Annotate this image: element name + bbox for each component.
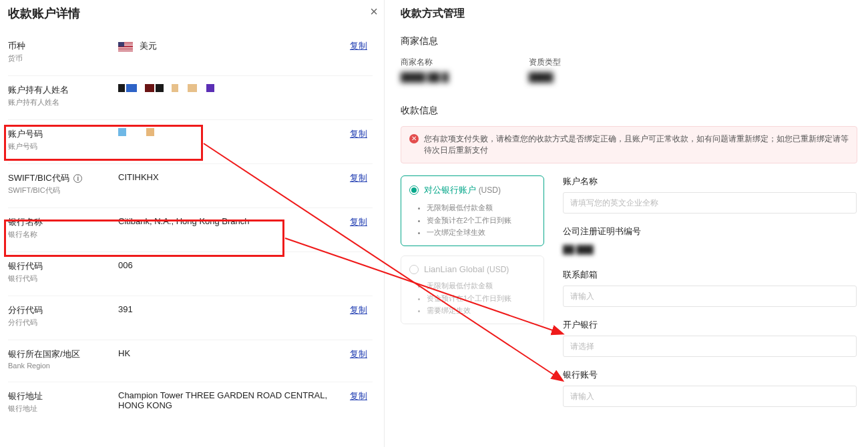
copy-button[interactable]: 复制 bbox=[350, 305, 367, 315]
row-bank-name: 银行名称 银行名称 Citibank, N.A., Hong Kong Bran… bbox=[8, 208, 373, 252]
copy-button[interactable]: 复制 bbox=[350, 391, 367, 401]
copy-button[interactable]: 复制 bbox=[350, 349, 367, 359]
row-sublabel: 银行代码 bbox=[8, 274, 118, 284]
close-icon[interactable]: × bbox=[370, 4, 378, 19]
option-bullets: 无限制最低付款金额 资金预计在1个工作日到账 需要绑定生效 bbox=[409, 280, 535, 317]
right-panel-title: 收款方式管理 bbox=[401, 5, 857, 35]
row-label: 币种 bbox=[8, 40, 118, 52]
redacted-cert-no: ██ ███ bbox=[563, 242, 594, 257]
row-sublabel: SWIFT/BIC代码 bbox=[8, 185, 118, 195]
merchant-info-section: 商家信息 商家名称 ████ ██ █ 资质类型 ████ bbox=[401, 35, 857, 82]
row-label: 银行代码 bbox=[8, 260, 118, 272]
section-title: 商家信息 bbox=[401, 35, 857, 47]
row-sublabel: 账户持有人姓名 bbox=[8, 97, 118, 107]
option-title: LianLian Global (USD) bbox=[424, 264, 509, 274]
account-name-input[interactable] bbox=[563, 192, 857, 213]
row-bank-region: 银行所在国家/地区 Bank Region HK 复制 bbox=[8, 340, 373, 382]
row-label: 账户持有人姓名 bbox=[8, 84, 118, 96]
row-holder-name: 账户持有人姓名 账户持有人姓名 bbox=[8, 76, 373, 120]
row-sublabel: 银行地址 bbox=[8, 404, 118, 414]
bank-code-value: 006 bbox=[118, 260, 373, 270]
cert-no-label: 公司注册证明书编号 bbox=[563, 226, 857, 238]
info-icon[interactable]: i bbox=[73, 174, 82, 183]
copy-button[interactable]: 复制 bbox=[350, 173, 367, 183]
row-label: 分行代码 bbox=[8, 304, 118, 316]
row-sublabel: 货币 bbox=[8, 53, 118, 63]
payment-failed-alert: ✕ 您有款项支付失败，请检查您的收款方式是否绑定正确，且账户可正常收款，如有问题… bbox=[401, 126, 857, 163]
receiving-info-section: 收款信息 ✕ 您有款项支付失败，请检查您的收款方式是否绑定正确，且账户可正常收款… bbox=[401, 105, 857, 419]
row-label: 账户号码 bbox=[8, 128, 118, 140]
redacted-qualification: ████ bbox=[529, 72, 554, 82]
row-label: SWIFT/BIC代码 i bbox=[8, 172, 118, 184]
us-flag-icon bbox=[118, 42, 133, 51]
row-sublabel: 账户号码 bbox=[8, 141, 118, 151]
account-details-panel: 收款账户详情 × 币种 货币 美元 复制 账户持有人姓名 账户持有人姓名 账户号… bbox=[0, 0, 381, 447]
qualification-type-label: 资质类型 bbox=[529, 57, 561, 68]
row-swift: SWIFT/BIC代码 i SWIFT/BIC代码 CITIHKHX 复制 bbox=[8, 164, 373, 208]
payment-method-panel: 收款方式管理 商家信息 商家名称 ████ ██ █ 资质类型 ████ 收款信… bbox=[384, 0, 868, 447]
copy-button[interactable]: 复制 bbox=[350, 41, 367, 51]
row-label: 银行所在国家/地区 bbox=[8, 348, 118, 360]
option-lianlian[interactable]: LianLian Global (USD) 无限制最低付款金额 资金预计在1个工… bbox=[401, 256, 544, 324]
alert-text: 您有款项支付失败，请检查您的收款方式是否绑定正确，且账户可正常收款，如有问题请重… bbox=[424, 133, 849, 156]
swift-value: CITIHKHX bbox=[118, 172, 373, 182]
row-label: 银行地址 bbox=[8, 390, 118, 402]
email-input[interactable] bbox=[563, 286, 857, 307]
currency-value: 美元 bbox=[140, 41, 157, 51]
row-account-number: 账户号码 账户号码 复制 bbox=[8, 120, 373, 164]
radio-checked-icon bbox=[409, 185, 419, 195]
bank-address-value: Champion Tower THREE GARDEN ROAD CENTRAL… bbox=[118, 390, 373, 410]
redacted-merchant-name: ████ ██ █ bbox=[401, 72, 449, 82]
account-name-label: 账户名称 bbox=[563, 175, 857, 187]
row-bank-address: 银行地址 银行地址 Champion Tower THREE GARDEN RO… bbox=[8, 382, 373, 426]
section-title: 收款信息 bbox=[401, 105, 857, 117]
option-title: 对公银行账户 (USD) bbox=[424, 184, 501, 196]
row-label: 银行名称 bbox=[8, 216, 118, 228]
row-branch-code: 分行代码 分行代码 391 复制 bbox=[8, 296, 373, 340]
bank-name-value: Citibank, N.A., Hong Kong Branch bbox=[118, 216, 373, 226]
option-corporate-bank[interactable]: 对公银行账户 (USD) 无限制最低付款金额 资金预计在2个工作日到账 一次绑定… bbox=[401, 175, 544, 246]
panel-title: 收款账户详情 bbox=[8, 5, 373, 32]
bank-region-value: HK bbox=[118, 348, 373, 358]
email-label: 联系邮箱 bbox=[563, 269, 857, 281]
branch-code-value: 391 bbox=[118, 304, 373, 314]
merchant-name-label: 商家名称 bbox=[401, 57, 449, 68]
row-currency: 币种 货币 美元 复制 bbox=[8, 32, 373, 76]
bank-label: 开户银行 bbox=[563, 319, 857, 331]
copy-button[interactable]: 复制 bbox=[350, 129, 367, 139]
bank-account-input[interactable] bbox=[563, 386, 857, 407]
option-bullets: 无限制最低付款金额 资金预计在2个工作日到账 一次绑定全球生效 bbox=[409, 201, 535, 239]
radio-unchecked-icon bbox=[409, 265, 419, 274]
row-sublabel: 分行代码 bbox=[8, 318, 118, 328]
bank-select[interactable] bbox=[563, 336, 857, 357]
row-sublabel: 银行名称 bbox=[8, 230, 118, 240]
bank-account-label: 银行账号 bbox=[563, 369, 857, 381]
row-sublabel: Bank Region bbox=[8, 362, 118, 370]
redacted-value bbox=[118, 84, 216, 94]
error-icon: ✕ bbox=[409, 134, 419, 143]
row-bank-code: 银行代码 银行代码 006 bbox=[8, 252, 373, 296]
redacted-value bbox=[118, 128, 156, 138]
copy-button[interactable]: 复制 bbox=[350, 217, 367, 227]
